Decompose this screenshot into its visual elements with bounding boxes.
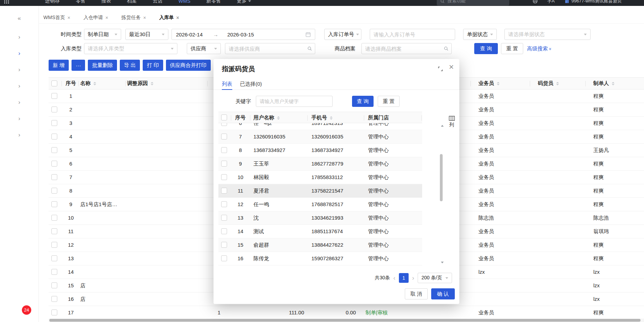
column-header-maker[interactable]: 制单人 — [593, 78, 614, 89]
search-icon[interactable] — [307, 46, 312, 51]
modal-table-row[interactable]: 11夏泽君13758221547管理中心 — [218, 184, 422, 198]
expand-icon[interactable] — [438, 66, 443, 73]
modal-table-row[interactable]: 10林国毅17855833112管理中心 — [218, 171, 422, 184]
row-checkbox[interactable] — [221, 147, 227, 153]
column-header-salesman[interactable]: 业务员 — [478, 78, 500, 89]
column-header-reason[interactable]: 调整原因 — [127, 78, 153, 89]
row-checkbox[interactable] — [51, 174, 57, 180]
modal-select-all-checkbox[interactable] — [221, 115, 227, 120]
topbar-menu-0[interactable]: 进销存 — [45, 0, 60, 4]
modal-query-button[interactable]: 查 询 — [352, 96, 374, 107]
in-type-select[interactable]: 请选择入库类型 — [84, 43, 177, 54]
column-header-stocker[interactable]: 码货员 — [538, 78, 559, 89]
row-checkbox[interactable] — [51, 161, 57, 167]
date-to[interactable]: 2026-03-15 — [227, 32, 254, 37]
account-button[interactable]: 99677-wms测试账县新页 — [564, 0, 622, 6]
supplier-input[interactable] — [225, 43, 315, 54]
scroll-down-icon[interactable] — [441, 262, 444, 263]
column-header-username[interactable]: 用户名称 — [253, 112, 280, 124]
modal-table-row[interactable]: 81368733492713687334927管理中心 — [218, 144, 422, 157]
close-icon[interactable]: × — [176, 15, 179, 20]
table-row[interactable]: 171111.000.00制单|审核业务员程爽 — [49, 306, 644, 320]
order-no-input[interactable] — [370, 29, 455, 40]
batch-delete-button[interactable]: 批量删除 — [88, 60, 117, 71]
row-checkbox[interactable] — [221, 242, 227, 248]
sidebar-item-6[interactable]: › — [18, 132, 20, 138]
topbar-menu-5[interactable]: WMS — [178, 0, 190, 4]
row-checkbox[interactable] — [51, 310, 57, 315]
select-all-checkbox[interactable] — [51, 80, 57, 86]
row-checkbox[interactable] — [51, 282, 57, 288]
sidebar-item-4[interactable]: › — [18, 99, 20, 106]
modal-tab-1[interactable]: 已选择(0) — [240, 78, 262, 90]
status-value-select[interactable]: 请选择单据状态 — [504, 29, 591, 40]
topbar-menu-3[interactable]: 档案 — [127, 0, 137, 4]
language-icon[interactable]: 字A — [547, 0, 555, 6]
tab-0[interactable]: WMS首页× — [43, 15, 70, 21]
row-checkbox[interactable] — [221, 255, 227, 261]
row-checkbox[interactable] — [51, 228, 57, 234]
tab-2[interactable]: 拣货任务× — [122, 15, 146, 21]
close-icon[interactable]: × — [449, 63, 454, 71]
cancel-button[interactable]: 取 消 — [405, 288, 428, 299]
row-checkbox[interactable] — [221, 228, 227, 234]
modal-scrollbar-thumb[interactable] — [440, 154, 443, 201]
modal-table-row[interactable]: 14测试18851137674管理中心 — [218, 225, 422, 238]
scroll-up-icon[interactable] — [441, 125, 444, 127]
product-input[interactable] — [361, 43, 452, 54]
global-search-input[interactable]: 搜索功能 — [437, 0, 509, 6]
row-checkbox[interactable] — [51, 188, 57, 194]
row-checkbox[interactable] — [51, 215, 57, 221]
search-icon[interactable] — [444, 46, 449, 51]
sidebar-item-2[interactable]: › — [18, 66, 20, 73]
reset-button[interactable]: 重 置 — [501, 43, 523, 54]
row-checkbox[interactable] — [51, 296, 57, 302]
printer-icon[interactable] — [533, 0, 538, 5]
row-checkbox[interactable] — [221, 215, 227, 221]
row-checkbox[interactable] — [221, 161, 227, 167]
tab-1[interactable]: 入仓申请× — [83, 15, 108, 21]
add-button[interactable]: 新 增 — [49, 60, 69, 71]
modal-table-row[interactable]: 6任一鸣218971142313管理中心 — [218, 123, 422, 130]
sort-icon[interactable] — [277, 116, 280, 120]
page-size-select[interactable]: 200 条/页 — [418, 273, 452, 283]
print-button[interactable]: 打 印 — [143, 60, 163, 71]
row-checkbox[interactable] — [51, 134, 57, 139]
topbar-menu-7[interactable]: 更多 — [237, 0, 251, 4]
sort-icon[interactable] — [612, 82, 614, 85]
topbar-menu-4[interactable]: 云店 — [153, 0, 162, 4]
row-checkbox[interactable] — [51, 242, 57, 248]
supplier-merge-print-button[interactable]: 供应商合并打印 — [166, 60, 211, 71]
date-range-picker[interactable]: 2026-02-14 → 2026-03-15 — [172, 29, 315, 40]
modal-tab-0[interactable]: 列表 — [222, 78, 232, 90]
collapse-sidebar-button[interactable]: « — [0, 15, 39, 22]
sort-icon[interactable] — [151, 82, 153, 85]
range-preset-select[interactable]: 最近30日 — [125, 29, 168, 40]
modal-reset-button[interactable]: 重 置 — [378, 96, 400, 107]
sidebar-item-5[interactable]: › — [18, 115, 20, 122]
close-icon[interactable]: × — [143, 15, 146, 20]
order-no-type-select[interactable]: 入库订单号 — [324, 29, 361, 40]
export-button[interactable]: 导 出 — [120, 60, 140, 71]
column-header-name[interactable]: 名称 — [80, 78, 96, 89]
apps-grid-icon[interactable] — [4, 0, 9, 5]
query-button[interactable]: 查 询 — [474, 43, 498, 54]
topbar-menu-6[interactable]: 新零售 — [206, 0, 221, 4]
status-type-select[interactable]: 单据状态 — [463, 29, 497, 40]
date-from[interactable]: 2026-02-14 — [176, 32, 203, 37]
topbar-menu-1[interactable]: 零售 — [76, 0, 85, 4]
modal-table-row[interactable]: 71326091603513260916035管理中心 — [218, 130, 422, 144]
sort-icon[interactable] — [556, 82, 559, 85]
modal-table-row[interactable]: 9王玉莘18627728779管理中心 — [218, 157, 422, 171]
row-checkbox[interactable] — [51, 255, 57, 261]
column-settings-button[interactable]: 列 — [447, 116, 457, 128]
modal-table-row[interactable]: 13沈13034621993管理中心 — [218, 211, 422, 225]
notification-badge[interactable]: 24 — [22, 305, 31, 315]
next-page-button[interactable]: › — [412, 275, 414, 281]
confirm-button[interactable]: 确 认 — [431, 288, 455, 299]
row-checkbox[interactable] — [221, 134, 227, 139]
row-checkbox[interactable] — [221, 188, 227, 194]
modal-table-row[interactable]: 12任一鸣17688782517管理中心 — [218, 198, 422, 211]
prev-page-button[interactable]: ‹ — [393, 275, 395, 281]
sidebar-item-3[interactable]: › — [18, 83, 20, 90]
